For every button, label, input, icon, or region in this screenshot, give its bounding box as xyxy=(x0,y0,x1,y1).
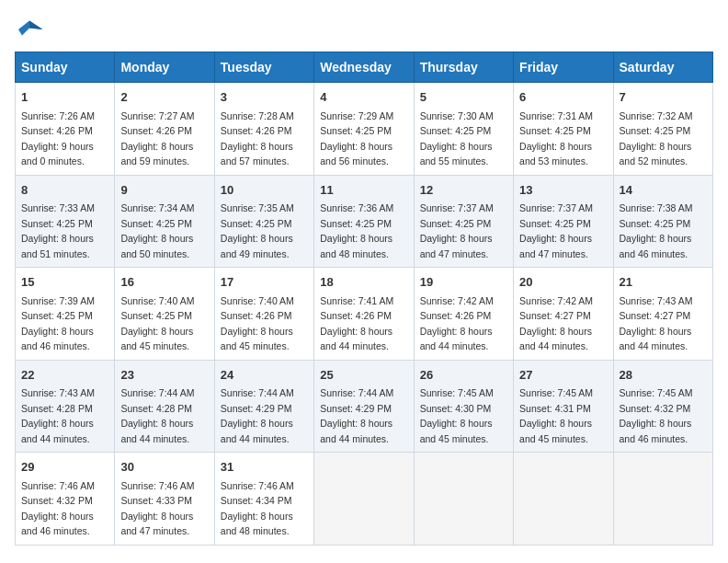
day-number: 24 xyxy=(221,366,308,385)
calendar-cell: 26Sunrise: 7:45 AMSunset: 4:30 PMDayligh… xyxy=(414,360,513,453)
day-number: 29 xyxy=(21,458,108,477)
calendar-cell: 15Sunrise: 7:39 AMSunset: 4:25 PMDayligh… xyxy=(16,268,115,361)
day-info: Sunrise: 7:37 AMSunset: 4:25 PMDaylight:… xyxy=(420,202,494,259)
day-number: 14 xyxy=(620,181,707,200)
day-info: Sunrise: 7:26 AMSunset: 4:26 PMDaylight:… xyxy=(21,110,95,167)
calendar-cell: 27Sunrise: 7:45 AMSunset: 4:31 PMDayligh… xyxy=(514,360,613,453)
calendar-cell: 11Sunrise: 7:36 AMSunset: 4:25 PMDayligh… xyxy=(314,175,414,268)
calendar-cell: 21Sunrise: 7:43 AMSunset: 4:27 PMDayligh… xyxy=(613,268,712,361)
page-header xyxy=(15,15,713,44)
day-number: 27 xyxy=(519,366,607,385)
calendar-cell: 29Sunrise: 7:46 AMSunset: 4:32 PMDayligh… xyxy=(16,453,115,546)
day-info: Sunrise: 7:41 AMSunset: 4:26 PMDaylight:… xyxy=(320,295,393,352)
day-info: Sunrise: 7:35 AMSunset: 4:25 PMDaylight:… xyxy=(221,202,294,259)
day-number: 16 xyxy=(120,273,208,292)
calendar-cell: 4Sunrise: 7:29 AMSunset: 4:25 PMDaylight… xyxy=(314,83,414,176)
day-number: 12 xyxy=(420,181,507,200)
day-number: 7 xyxy=(620,88,707,107)
calendar-cell: 14Sunrise: 7:38 AMSunset: 4:25 PMDayligh… xyxy=(613,175,712,268)
calendar-cell: 16Sunrise: 7:40 AMSunset: 4:25 PMDayligh… xyxy=(115,268,214,361)
calendar-cell: 9Sunrise: 7:34 AMSunset: 4:25 PMDaylight… xyxy=(115,175,214,268)
day-number: 10 xyxy=(221,181,308,200)
week-row-4: 22Sunrise: 7:43 AMSunset: 4:28 PMDayligh… xyxy=(16,360,713,453)
day-number: 25 xyxy=(320,366,407,385)
day-info: Sunrise: 7:44 AMSunset: 4:29 PMDaylight:… xyxy=(320,387,393,444)
day-info: Sunrise: 7:46 AMSunset: 4:33 PMDaylight:… xyxy=(120,480,194,537)
calendar-cell: 6Sunrise: 7:31 AMSunset: 4:25 PMDaylight… xyxy=(514,83,613,176)
day-info: Sunrise: 7:44 AMSunset: 4:29 PMDaylight:… xyxy=(221,387,294,444)
day-info: Sunrise: 7:32 AMSunset: 4:25 PMDaylight:… xyxy=(620,110,693,167)
day-info: Sunrise: 7:40 AMSunset: 4:25 PMDaylight:… xyxy=(120,295,194,352)
day-number: 26 xyxy=(420,366,507,385)
calendar-cell: 18Sunrise: 7:41 AMSunset: 4:26 PMDayligh… xyxy=(314,268,414,361)
header-monday: Monday xyxy=(115,52,214,83)
calendar-cell: 31Sunrise: 7:46 AMSunset: 4:34 PMDayligh… xyxy=(214,453,313,546)
day-number: 4 xyxy=(320,88,407,107)
calendar-cell xyxy=(414,453,513,546)
day-number: 31 xyxy=(221,458,308,477)
calendar-cell: 1Sunrise: 7:26 AMSunset: 4:26 PMDaylight… xyxy=(16,83,115,176)
day-info: Sunrise: 7:45 AMSunset: 4:31 PMDaylight:… xyxy=(519,387,593,444)
day-number: 23 xyxy=(120,366,208,385)
day-info: Sunrise: 7:28 AMSunset: 4:26 PMDaylight:… xyxy=(221,110,294,167)
day-info: Sunrise: 7:34 AMSunset: 4:25 PMDaylight:… xyxy=(120,202,194,259)
day-number: 17 xyxy=(221,273,308,292)
day-number: 5 xyxy=(420,88,507,107)
day-info: Sunrise: 7:46 AMSunset: 4:34 PMDaylight:… xyxy=(221,480,294,537)
day-number: 9 xyxy=(120,181,208,200)
day-info: Sunrise: 7:38 AMSunset: 4:25 PMDaylight:… xyxy=(620,202,693,259)
day-info: Sunrise: 7:44 AMSunset: 4:28 PMDaylight:… xyxy=(120,387,194,444)
logo-icon xyxy=(15,15,44,44)
calendar-cell: 30Sunrise: 7:46 AMSunset: 4:33 PMDayligh… xyxy=(115,453,214,546)
week-row-3: 15Sunrise: 7:39 AMSunset: 4:25 PMDayligh… xyxy=(16,268,713,361)
calendar-cell: 3Sunrise: 7:28 AMSunset: 4:26 PMDaylight… xyxy=(214,83,313,176)
calendar-cell: 7Sunrise: 7:32 AMSunset: 4:25 PMDaylight… xyxy=(613,83,712,176)
calendar-table: SundayMondayTuesdayWednesdayThursdayFrid… xyxy=(15,52,713,546)
day-info: Sunrise: 7:43 AMSunset: 4:27 PMDaylight:… xyxy=(620,295,693,352)
calendar-cell: 19Sunrise: 7:42 AMSunset: 4:26 PMDayligh… xyxy=(414,268,513,361)
day-number: 2 xyxy=(120,88,208,107)
calendar-cell: 2Sunrise: 7:27 AMSunset: 4:26 PMDaylight… xyxy=(115,83,214,176)
calendar-cell: 8Sunrise: 7:33 AMSunset: 4:25 PMDaylight… xyxy=(16,175,115,268)
calendar-cell xyxy=(514,453,613,546)
header-wednesday: Wednesday xyxy=(314,52,414,83)
week-row-5: 29Sunrise: 7:46 AMSunset: 4:32 PMDayligh… xyxy=(16,453,713,546)
day-info: Sunrise: 7:45 AMSunset: 4:30 PMDaylight:… xyxy=(420,387,494,444)
day-info: Sunrise: 7:39 AMSunset: 4:25 PMDaylight:… xyxy=(21,295,95,352)
logo xyxy=(15,15,48,44)
day-info: Sunrise: 7:31 AMSunset: 4:25 PMDaylight:… xyxy=(519,110,593,167)
svg-marker-1 xyxy=(29,20,42,29)
header-thursday: Thursday xyxy=(414,52,513,83)
day-number: 30 xyxy=(120,458,208,477)
day-number: 15 xyxy=(21,273,108,292)
calendar-cell: 23Sunrise: 7:44 AMSunset: 4:28 PMDayligh… xyxy=(115,360,214,453)
day-info: Sunrise: 7:46 AMSunset: 4:32 PMDaylight:… xyxy=(21,480,95,537)
calendar-cell: 12Sunrise: 7:37 AMSunset: 4:25 PMDayligh… xyxy=(414,175,513,268)
week-row-2: 8Sunrise: 7:33 AMSunset: 4:25 PMDaylight… xyxy=(16,175,713,268)
calendar-cell: 10Sunrise: 7:35 AMSunset: 4:25 PMDayligh… xyxy=(214,175,313,268)
calendar-cell: 25Sunrise: 7:44 AMSunset: 4:29 PMDayligh… xyxy=(314,360,414,453)
day-number: 8 xyxy=(21,181,108,200)
header-friday: Friday xyxy=(514,52,613,83)
week-row-1: 1Sunrise: 7:26 AMSunset: 4:26 PMDaylight… xyxy=(16,83,713,176)
calendar-cell: 22Sunrise: 7:43 AMSunset: 4:28 PMDayligh… xyxy=(16,360,115,453)
calendar-cell xyxy=(613,453,712,546)
day-number: 1 xyxy=(21,88,108,107)
day-info: Sunrise: 7:36 AMSunset: 4:25 PMDaylight:… xyxy=(320,202,393,259)
header-sunday: Sunday xyxy=(16,52,115,83)
day-number: 3 xyxy=(221,88,308,107)
day-info: Sunrise: 7:42 AMSunset: 4:27 PMDaylight:… xyxy=(519,295,593,352)
day-number: 28 xyxy=(620,366,707,385)
calendar-cell: 20Sunrise: 7:42 AMSunset: 4:27 PMDayligh… xyxy=(514,268,613,361)
day-info: Sunrise: 7:42 AMSunset: 4:26 PMDaylight:… xyxy=(420,295,494,352)
day-number: 18 xyxy=(320,273,407,292)
day-info: Sunrise: 7:40 AMSunset: 4:26 PMDaylight:… xyxy=(221,295,294,352)
day-info: Sunrise: 7:27 AMSunset: 4:26 PMDaylight:… xyxy=(120,110,194,167)
header-tuesday: Tuesday xyxy=(214,52,313,83)
day-info: Sunrise: 7:43 AMSunset: 4:28 PMDaylight:… xyxy=(21,387,95,444)
calendar-cell xyxy=(314,453,414,546)
day-info: Sunrise: 7:29 AMSunset: 4:25 PMDaylight:… xyxy=(320,110,393,167)
day-info: Sunrise: 7:45 AMSunset: 4:32 PMDaylight:… xyxy=(620,387,693,444)
calendar-cell: 5Sunrise: 7:30 AMSunset: 4:25 PMDaylight… xyxy=(414,83,513,176)
day-number: 19 xyxy=(420,273,507,292)
